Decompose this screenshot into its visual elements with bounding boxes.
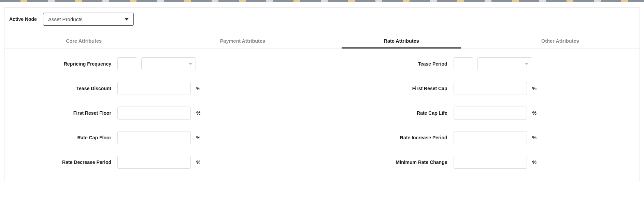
chevron-down-icon	[125, 18, 129, 20]
label-first-reset-cap: First Reset Cap	[353, 86, 454, 91]
row-repricing-frequency: Repricing Frequency	[17, 57, 291, 70]
row-rate-decrease-period: Rate Decrease Period %	[17, 156, 291, 169]
tease-period-unit-select[interactable]	[477, 57, 532, 70]
label-rate-cap-floor: Rate Cap Floor	[17, 135, 117, 140]
label-repricing-frequency: Repricing Frequency	[17, 61, 117, 67]
label-rate-increase-period: Rate Increase Period	[353, 135, 454, 140]
repricing-frequency-value-input[interactable]	[117, 57, 137, 70]
controls-rate-cap-life: %	[454, 107, 536, 120]
active-node-select[interactable]: Asset Products	[43, 13, 134, 26]
label-tease-discount: Tease Discount	[17, 86, 117, 91]
label-first-reset-floor: First Reset Floor	[17, 110, 117, 116]
active-node-label: Active Node	[9, 16, 37, 22]
rate-decrease-period-suffix: %	[196, 159, 200, 165]
rate-attributes-form: Repricing Frequency Tease Period	[6, 51, 638, 179]
tease-discount-input[interactable]	[117, 82, 191, 95]
row-tease-discount: Tease Discount %	[17, 82, 291, 95]
tab-rate-attributes[interactable]: Rate Attributes	[322, 33, 481, 48]
controls-minimum-rate-change: %	[454, 156, 536, 169]
first-reset-floor-suffix: %	[196, 110, 200, 116]
active-node-panel: Active Node Asset Products	[4, 7, 640, 31]
controls-rate-decrease-period: %	[117, 156, 200, 169]
tab-other-attributes[interactable]: Other Attributes	[481, 33, 640, 48]
controls-repricing-frequency	[117, 57, 196, 70]
controls-first-reset-floor: %	[117, 107, 200, 120]
row-tease-period: Tease Period	[353, 57, 628, 70]
form-grid: Repricing Frequency Tease Period	[17, 57, 627, 169]
attributes-panel: Core Attributes Payment Attributes Rate …	[4, 33, 640, 181]
controls-first-reset-cap: %	[454, 82, 536, 95]
rate-cap-life-input[interactable]	[454, 107, 527, 120]
controls-tease-period	[454, 57, 532, 70]
active-node-row: Active Node Asset Products	[9, 13, 635, 26]
chevron-down-icon	[525, 63, 528, 65]
label-rate-decrease-period: Rate Decrease Period	[17, 159, 117, 165]
repricing-frequency-unit-select[interactable]	[141, 57, 196, 70]
row-first-reset-floor: First Reset Floor %	[17, 107, 291, 120]
controls-tease-discount: %	[117, 82, 200, 95]
controls-rate-increase-period: %	[454, 131, 536, 144]
rate-decrease-period-input[interactable]	[117, 156, 191, 169]
rate-increase-period-suffix: %	[532, 135, 536, 140]
controls-rate-cap-floor: %	[117, 131, 200, 144]
tease-discount-suffix: %	[196, 86, 200, 91]
row-minimum-rate-change: Minimum Rate Change %	[353, 156, 628, 169]
row-rate-cap-life: Rate Cap Life %	[353, 107, 628, 120]
tab-core-attributes[interactable]: Core Attributes	[4, 33, 163, 48]
row-rate-cap-floor: Rate Cap Floor %	[17, 131, 291, 144]
first-reset-cap-input[interactable]	[454, 82, 527, 95]
active-node-value: Asset Products	[48, 16, 125, 22]
first-reset-cap-suffix: %	[532, 86, 536, 91]
minimum-rate-change-suffix: %	[532, 159, 536, 165]
rate-cap-floor-input[interactable]	[117, 131, 191, 144]
label-minimum-rate-change: Minimum Rate Change	[353, 159, 454, 165]
label-rate-cap-life: Rate Cap Life	[353, 110, 454, 116]
rate-cap-floor-suffix: %	[196, 135, 200, 140]
rate-increase-period-input[interactable]	[454, 131, 527, 144]
chevron-down-icon	[189, 63, 192, 65]
tease-period-value-input[interactable]	[454, 57, 473, 70]
tabs-row: Core Attributes Payment Attributes Rate …	[4, 33, 640, 48]
label-tease-period: Tease Period	[353, 61, 454, 67]
first-reset-floor-input[interactable]	[117, 107, 191, 120]
minimum-rate-change-input[interactable]	[454, 156, 527, 169]
tab-payment-attributes[interactable]: Payment Attributes	[163, 33, 322, 48]
rate-cap-life-suffix: %	[532, 110, 536, 116]
row-first-reset-cap: First Reset Cap %	[353, 82, 628, 95]
row-rate-increase-period: Rate Increase Period %	[353, 131, 628, 144]
top-decoration-bar	[0, 0, 644, 2]
